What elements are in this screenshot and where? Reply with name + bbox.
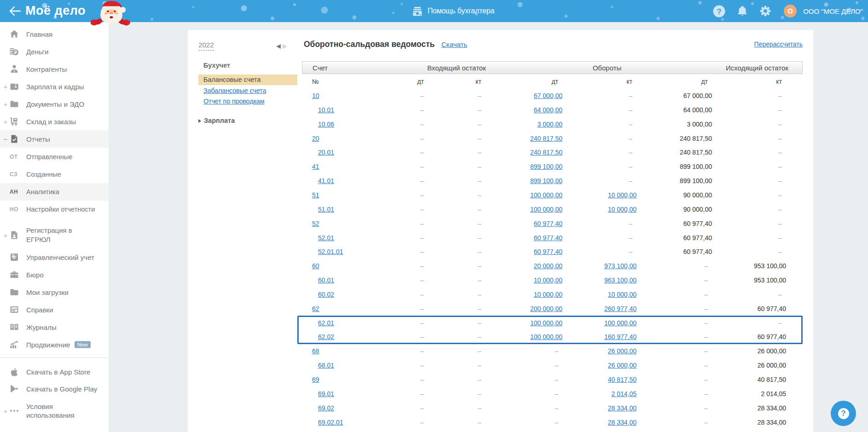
svg-text:₽: ₽	[14, 50, 17, 55]
svg-text:?: ?	[717, 7, 721, 16]
